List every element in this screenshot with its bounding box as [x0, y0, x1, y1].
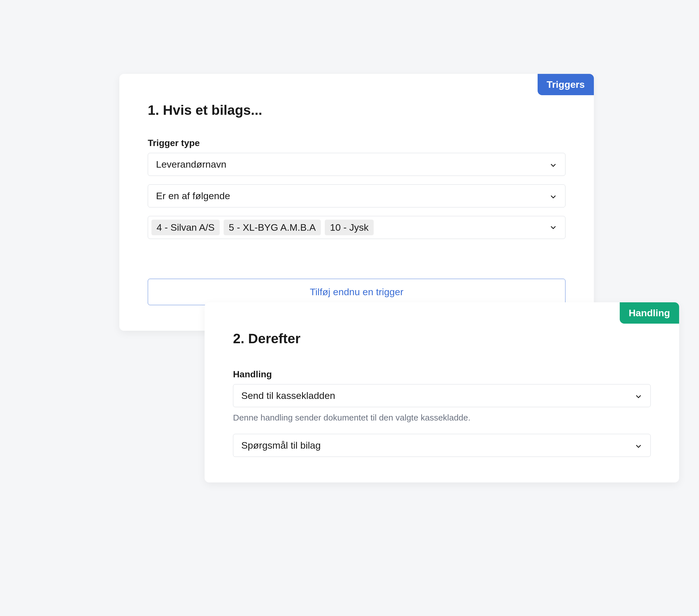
supplier-chip[interactable]: 4 - Silvan A/S	[151, 220, 220, 235]
handling-title: 2. Derefter	[233, 331, 651, 346]
supplier-chips-wrapper: 4 - Silvan A/S 5 - XL-BYG A.M.B.A 10 - J…	[151, 220, 374, 235]
supplier-multiselect[interactable]: 4 - Silvan A/S 5 - XL-BYG A.M.B.A 10 - J…	[148, 216, 565, 239]
condition-value: Er en af følgende	[156, 191, 230, 201]
chevron-down-icon	[549, 192, 557, 200]
target-select[interactable]: Spørgsmål til bilag	[233, 434, 651, 457]
chevron-down-icon	[549, 160, 557, 169]
handling-badge: Handling	[620, 302, 679, 324]
trigger-type-select[interactable]: Leverandørnavn	[148, 153, 565, 176]
action-select[interactable]: Send til kassekladden	[233, 384, 651, 407]
handling-card: Handling 2. Derefter Handling Send til k…	[205, 302, 679, 483]
action-value: Send til kassekladden	[241, 390, 335, 401]
supplier-chip[interactable]: 10 - Jysk	[325, 220, 374, 235]
action-help-text: Denne handling sender dokumentet til den…	[233, 413, 651, 422]
chevron-down-icon	[634, 442, 643, 449]
triggers-title: 1. Hvis et bilags...	[148, 102, 565, 118]
condition-select[interactable]: Er en af følgende	[148, 184, 565, 207]
target-value: Spørgsmål til bilag	[241, 440, 321, 451]
trigger-type-value: Leverandørnavn	[156, 159, 226, 170]
triggers-card: Triggers 1. Hvis et bilags... Trigger ty…	[119, 74, 594, 331]
supplier-chip[interactable]: 5 - XL-BYG A.M.B.A	[224, 220, 321, 235]
chevron-down-icon	[549, 224, 557, 232]
trigger-type-label: Trigger type	[148, 138, 565, 148]
chevron-down-icon	[634, 392, 643, 400]
add-trigger-button[interactable]: Tilføj endnu en trigger	[148, 279, 565, 305]
action-label: Handling	[233, 369, 651, 380]
triggers-badge: Triggers	[538, 74, 594, 95]
